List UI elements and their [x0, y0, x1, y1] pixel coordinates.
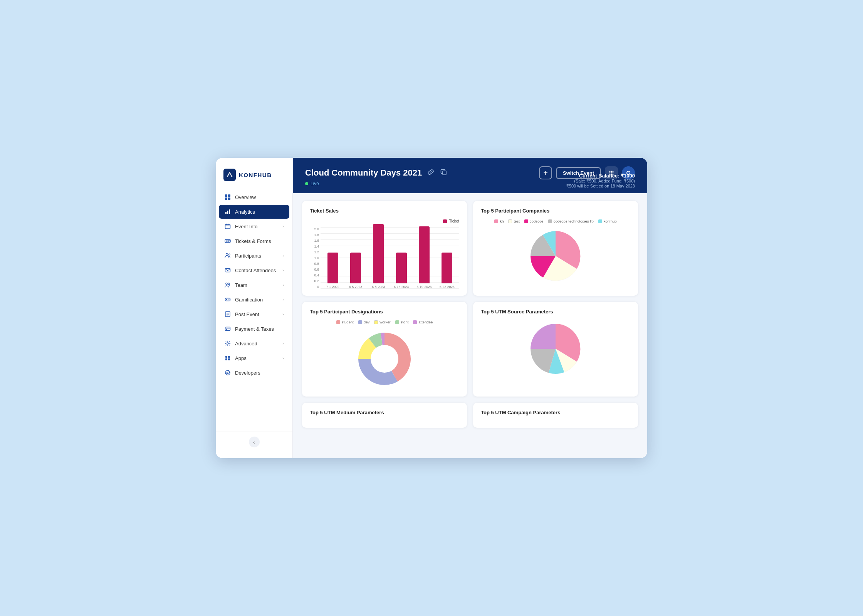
chevron-right-icon: › — [282, 253, 284, 258]
legend-label-konfhub: konfhub — [604, 219, 617, 223]
legend-label-ticket: Ticket — [449, 219, 459, 223]
legend-label-codeops: codeops — [530, 219, 544, 223]
legend-dot-stdnt — [395, 320, 399, 324]
legend-item-kh: kh — [494, 219, 504, 223]
collapse-button[interactable]: ‹ — [249, 437, 260, 447]
utm-source-pie-svg — [527, 320, 584, 378]
legend-item-test: test — [508, 219, 519, 223]
sidebar-item-tickets-forms[interactable]: Tickets & Forms — [219, 234, 289, 248]
post-icon — [224, 311, 231, 318]
sidebar-item-label: Participants — [235, 253, 261, 259]
logo-text: KONFHUB — [239, 172, 272, 178]
payment-icon — [224, 325, 231, 332]
logo-icon — [223, 169, 236, 181]
sidebar-item-label: Apps — [235, 355, 247, 361]
svg-rect-34 — [226, 329, 227, 330]
legend-item-codeops-llp: codeops technologies llp — [548, 219, 594, 223]
y-label: 0.6 — [310, 268, 319, 271]
pie-chart-svg — [527, 227, 584, 285]
ticket-sales-chart: Ticket 2.0 1.8 1.6 1.4 1.2 1.0 0.8 — [310, 219, 459, 289]
svg-rect-8 — [229, 209, 230, 214]
top5-utm-source-card: Top 5 UTM Source Parameters — [473, 302, 638, 397]
game-icon — [224, 296, 231, 303]
top5-companies-chart: kh test codeops — [481, 219, 630, 285]
live-label: Live — [311, 181, 319, 186]
bar-chart-y-axis: 2.0 1.8 1.6 1.4 1.2 1.0 0.8 0.6 0.4 0.2 — [310, 227, 319, 289]
legend-dot-ticket — [443, 219, 447, 223]
legend-item-student: student — [336, 320, 354, 324]
sidebar-item-participants[interactable]: Participants › — [219, 249, 289, 263]
y-label: 1.0 — [310, 256, 319, 260]
top5-designations-title: Top 5 Participant Designations — [310, 309, 459, 315]
svg-rect-6 — [225, 212, 227, 214]
mail-icon — [224, 267, 231, 274]
balance-main: Current Balance: ₹1000 — [566, 173, 635, 179]
top5-companies-card: Top 5 Participant Companies kh test — [473, 201, 638, 296]
analytics-content: Ticket Sales Ticket 2.0 1.8 1.6 1.4 — [293, 193, 647, 458]
grid-icon — [224, 194, 231, 201]
legend-label-codeops-llp: codeops technologies llp — [554, 219, 594, 223]
sidebar: KONFHUB Overview — [216, 158, 293, 458]
legend-dot-dev — [358, 320, 362, 324]
top5-utm-medium-card: Top 5 UTM Medium Parameters — [302, 403, 467, 428]
header-title-row: Cloud Community Days 2021 — [305, 168, 448, 178]
sidebar-item-developers[interactable]: Developers — [219, 366, 289, 380]
legend-dot-worker — [374, 320, 378, 324]
ticket-icon — [224, 238, 231, 244]
svg-rect-39 — [228, 358, 230, 360]
sidebar-item-contact-attendees[interactable]: Contact Attendees › — [219, 263, 289, 277]
sidebar-item-gamification[interactable]: Gamification › — [219, 293, 289, 306]
add-button[interactable]: + — [539, 166, 552, 179]
sidebar-item-team[interactable]: Team › — [219, 278, 289, 292]
top5-designations-card: Top 5 Participant Designations student d… — [302, 302, 467, 397]
chart-icon — [224, 208, 231, 215]
chevron-right-icon: › — [282, 297, 284, 302]
bar-label: 6-19-2023 — [417, 285, 432, 289]
balance-settle: ₹500 will be Settled on 18 May 2023 — [566, 184, 635, 189]
logo: KONFHUB — [216, 158, 292, 190]
sidebar-footer: ‹ — [216, 432, 292, 452]
sidebar-item-apps[interactable]: Apps › — [219, 351, 289, 365]
y-label: 2.0 — [310, 227, 319, 231]
apps-icon — [224, 355, 231, 362]
bar-item: 6-5-2023 — [346, 253, 364, 289]
bar-item: 6-19-2023 — [415, 226, 433, 289]
svg-point-27 — [229, 300, 230, 300]
balance-info: Current Balance: ₹1000 (Sale: ₹500, Adde… — [566, 173, 635, 189]
sidebar-item-event-info[interactable]: Event Info › — [219, 219, 289, 233]
ticket-sales-title: Ticket Sales — [310, 208, 459, 214]
legend-item-stdnt: stdnt — [395, 320, 409, 324]
svg-point-21 — [226, 283, 227, 285]
sidebar-nav: Overview Analytics — [216, 190, 292, 432]
legend-item-worker: worker — [374, 320, 391, 324]
donut-legend: student dev worker — [336, 320, 433, 324]
chevron-right-icon: › — [282, 224, 284, 229]
legend-label-student: student — [342, 320, 354, 324]
link-icon-button[interactable] — [426, 168, 435, 178]
sidebar-item-label: Advanced — [235, 341, 257, 346]
team-icon — [224, 281, 231, 288]
chevron-right-icon: › — [282, 268, 284, 273]
charts-row-1: Ticket Sales Ticket 2.0 1.8 1.6 1.4 — [302, 201, 638, 296]
bar-label: 6-16-2023 — [394, 285, 409, 289]
live-indicator — [305, 182, 308, 185]
svg-point-18 — [226, 254, 228, 256]
sidebar-item-advanced[interactable]: Advanced › — [219, 336, 289, 350]
pie-legend: kh test codeops — [494, 219, 616, 223]
chevron-right-icon: › — [282, 283, 284, 287]
sidebar-item-post-event[interactable]: Post Event › — [219, 307, 289, 321]
sidebar-item-payment-taxes[interactable]: Payment & Taxes — [219, 322, 289, 336]
top5-companies-title: Top 5 Participant Companies — [481, 208, 630, 214]
sidebar-item-analytics[interactable]: Analytics — [219, 205, 289, 219]
top5-utm-medium-title: Top 5 UTM Medium Parameters — [310, 410, 459, 415]
y-label: 1.4 — [310, 244, 319, 248]
charts-row-2: Top 5 Participant Designations student d… — [302, 302, 638, 397]
ticket-sales-card: Ticket Sales Ticket 2.0 1.8 1.6 1.4 — [302, 201, 467, 296]
bar-item: 6-16-2023 — [392, 253, 410, 289]
sidebar-item-overview[interactable]: Overview — [219, 190, 289, 204]
copy-icon-button[interactable] — [440, 168, 448, 178]
balance-sub-text: (Sale: ₹500, Added Fund: ₹500) — [574, 179, 635, 183]
y-label: 0 — [310, 285, 319, 289]
bar-chart-legend: Ticket — [310, 219, 459, 223]
svg-rect-3 — [228, 194, 230, 197]
